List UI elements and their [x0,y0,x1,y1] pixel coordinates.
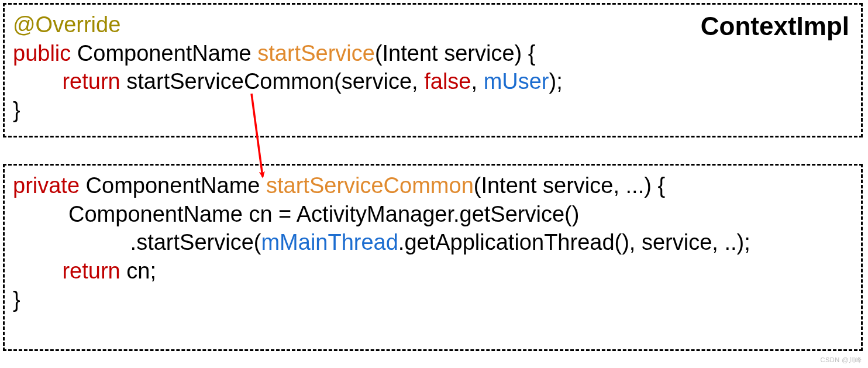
type-component-name-2: ComponentName [80,173,266,198]
call-startServiceCommon: startServiceCommon(service, [120,69,424,94]
line-startservice-b: .getApplicationThread(), service, ..); [398,230,750,254]
method-startServiceCommon: startServiceCommon [266,173,474,198]
close-brace-2: } [13,287,20,312]
return-type-1 [71,41,77,66]
code-box-startServiceCommon: private ComponentName startServiceCommon… [3,164,863,351]
indent-2c [13,259,62,283]
annotation-override: @Override [13,12,120,37]
indent-1 [13,69,62,94]
return-cn: cn; [120,259,156,283]
params-1: (Intent service) { [375,41,536,66]
line-startservice-a: .startService( [130,230,261,254]
comma-1: , [471,69,484,94]
field-mMainThread: mMainThread [261,230,398,254]
line-activity-manager: ComponentName cn = ActivityManager.getSe… [68,202,579,226]
kw-private: private [13,173,80,198]
kw-return-2: return [62,259,120,283]
indent-2a [13,202,68,226]
class-name-label: ContextImpl [701,12,849,41]
indent-2b [13,230,130,254]
kw-false: false [424,69,471,94]
tail-1: ); [549,69,563,94]
kw-return-1: return [62,69,120,94]
diagram-canvas: ContextImpl @Override public ComponentNa… [0,0,868,368]
type-component-name-1: ComponentName [77,41,252,66]
field-mUser: mUser [484,69,549,94]
close-brace-1: } [13,98,20,122]
code-block-2: private ComponentName startServiceCommon… [13,171,850,314]
watermark-label: CSDN @川峰 [821,356,862,364]
code-box-startService: ContextImpl @Override public ComponentNa… [3,3,863,137]
kw-public: public [13,41,71,66]
params-2: (Intent service, ...) { [474,173,665,198]
method-startService: startService [257,41,375,66]
